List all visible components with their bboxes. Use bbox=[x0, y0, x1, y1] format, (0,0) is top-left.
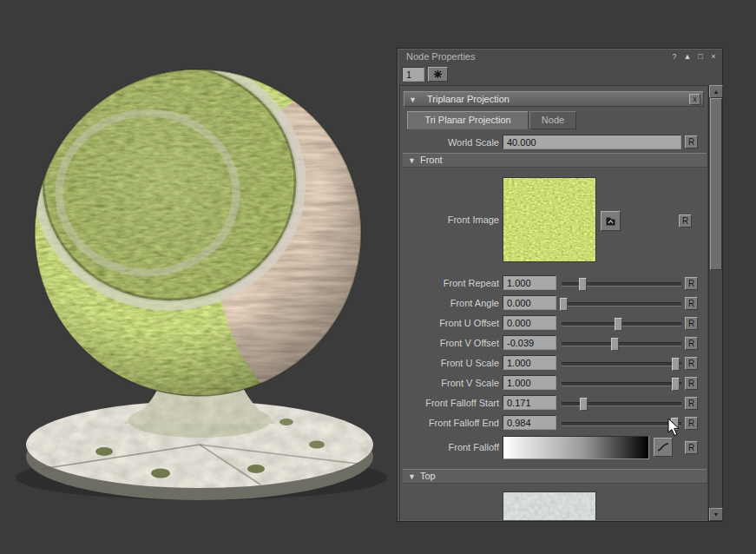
param-label: Front Falloff Start bbox=[400, 398, 499, 408]
slider-handle[interactable] bbox=[611, 338, 619, 351]
slider bbox=[562, 354, 681, 374]
param-value-input[interactable] bbox=[503, 415, 556, 430]
top-image-thumbnail[interactable] bbox=[503, 491, 596, 521]
scroll-down-button[interactable]: ▼ bbox=[709, 508, 723, 521]
slider-handle[interactable] bbox=[672, 378, 680, 391]
window-titlebar[interactable]: Node Properties ? ▲ □ × bbox=[398, 49, 722, 64]
slider bbox=[562, 394, 681, 414]
param-value-input[interactable] bbox=[503, 315, 556, 330]
slider-handle[interactable] bbox=[560, 298, 568, 311]
param-row-front-v-scale: Front V Scale R bbox=[400, 374, 708, 394]
param-value-input[interactable] bbox=[503, 355, 556, 370]
param-label: Front V Offset bbox=[400, 338, 499, 348]
world-scale-row: World Scale R bbox=[400, 134, 708, 151]
scroll-up-button[interactable]: ▲ bbox=[709, 85, 723, 98]
collapse-triangle-icon[interactable]: ▼ bbox=[408, 156, 416, 165]
slider-track[interactable] bbox=[562, 342, 681, 346]
slider-track[interactable] bbox=[562, 362, 681, 366]
reset-button[interactable]: R bbox=[685, 397, 698, 410]
node-header[interactable]: ▼ Triplanar Projection x bbox=[404, 91, 704, 107]
slider-handle[interactable] bbox=[615, 318, 622, 331]
help-icon[interactable]: ? bbox=[669, 51, 680, 62]
param-label: Front V Scale bbox=[400, 378, 499, 388]
param-row-front-v-offset: Front V Offset R bbox=[400, 334, 708, 354]
param-label: Front Falloff End bbox=[400, 418, 499, 428]
top-section-header[interactable]: ▼Top bbox=[403, 469, 707, 484]
param-value-input[interactable] bbox=[503, 335, 556, 350]
param-row-front-u-scale: Front U Scale R bbox=[400, 354, 708, 374]
reset-button[interactable]: R bbox=[679, 214, 692, 228]
reset-button[interactable]: R bbox=[685, 297, 698, 310]
load-image-icon bbox=[605, 215, 616, 227]
reset-button[interactable]: R bbox=[685, 441, 698, 454]
tab-tri-planar-projection[interactable]: Tri Planar Projection bbox=[407, 111, 529, 129]
edit-curve-icon bbox=[657, 442, 669, 452]
scrollbar-thumb[interactable] bbox=[710, 98, 722, 270]
slider-handle[interactable] bbox=[580, 398, 588, 411]
desktop: { "window": { "title": "Node Properties"… bbox=[0, 0, 756, 554]
window-controls: ? ▲ □ × bbox=[669, 51, 719, 62]
param-row-front-falloff-end: Front Falloff End R bbox=[400, 414, 708, 434]
front-falloff-gradient[interactable] bbox=[503, 436, 649, 459]
node-edit-icon bbox=[433, 69, 443, 79]
slider-track[interactable] bbox=[562, 382, 681, 386]
reset-button[interactable]: R bbox=[685, 135, 698, 148]
restore-icon[interactable]: □ bbox=[695, 51, 706, 62]
top-section-label: Top bbox=[420, 471, 436, 481]
param-label: Front U Scale bbox=[400, 358, 499, 368]
window-title: Node Properties bbox=[406, 51, 476, 62]
param-value-input[interactable] bbox=[503, 375, 556, 390]
param-row-front-angle: Front Angle R bbox=[400, 294, 708, 314]
reset-button[interactable]: R bbox=[685, 337, 698, 350]
front-falloff-label: Front Falloff bbox=[400, 442, 499, 452]
reset-button[interactable]: R bbox=[685, 317, 698, 330]
close-icon[interactable]: × bbox=[708, 51, 719, 62]
node-index-field[interactable] bbox=[402, 67, 424, 82]
front-image-thumbnail[interactable] bbox=[503, 177, 596, 262]
properties-scroll-area: ▼ Triplanar Projection x Tri Planar Proj… bbox=[399, 85, 708, 521]
param-value-input[interactable] bbox=[503, 395, 556, 410]
param-row-front-repeat: Front Repeat R bbox=[400, 274, 708, 294]
param-value-input[interactable] bbox=[503, 295, 556, 310]
slider bbox=[562, 334, 681, 354]
param-label: Front Repeat bbox=[400, 278, 499, 288]
world-scale-input[interactable] bbox=[503, 135, 681, 149]
slider bbox=[562, 314, 681, 334]
material-preview-viewport[interactable] bbox=[0, 0, 397, 554]
slider-track[interactable] bbox=[562, 302, 681, 307]
reset-button[interactable]: R bbox=[685, 417, 698, 430]
front-section-header[interactable]: ▼Front bbox=[403, 153, 707, 168]
tab-node[interactable]: Node bbox=[529, 111, 576, 129]
edit-falloff-curve-button[interactable] bbox=[654, 438, 673, 457]
slider-handle[interactable] bbox=[579, 278, 587, 291]
slider bbox=[562, 374, 681, 394]
front-image-label: Front Image bbox=[400, 214, 499, 225]
node-title: Triplanar Projection bbox=[427, 94, 509, 104]
param-label: Front U Offset bbox=[400, 318, 499, 328]
slider bbox=[562, 294, 681, 314]
reset-button[interactable]: R bbox=[685, 277, 698, 290]
param-row-front-falloff-start: Front Falloff Start R bbox=[400, 394, 708, 414]
load-image-button[interactable] bbox=[601, 211, 621, 231]
open-node-editor-button[interactable] bbox=[428, 67, 448, 82]
node-properties-window: Node Properties ? ▲ □ × ▼ Triplanar Proj… bbox=[397, 48, 723, 522]
mouse-cursor bbox=[667, 418, 680, 437]
world-scale-label: World Scale bbox=[400, 137, 499, 148]
collapse-triangle-icon[interactable]: ▼ bbox=[409, 96, 417, 104]
front-section-label: Front bbox=[420, 155, 443, 165]
param-label: Front Angle bbox=[400, 298, 499, 308]
slider-handle[interactable] bbox=[672, 358, 680, 371]
remove-node-button[interactable]: x bbox=[689, 94, 700, 105]
collapse-triangle-icon[interactable]: ▼ bbox=[408, 472, 416, 481]
slider bbox=[562, 274, 681, 294]
slider bbox=[562, 414, 681, 434]
pin-icon[interactable]: ▲ bbox=[682, 51, 693, 62]
slider-track[interactable] bbox=[562, 422, 681, 426]
reset-button[interactable]: R bbox=[685, 357, 698, 370]
param-row-front-u-offset: Front U Offset R bbox=[400, 314, 708, 334]
vertical-scrollbar[interactable]: ▲ ▼ bbox=[708, 85, 722, 521]
param-value-input[interactable] bbox=[503, 275, 556, 290]
reset-button[interactable]: R bbox=[685, 377, 698, 390]
